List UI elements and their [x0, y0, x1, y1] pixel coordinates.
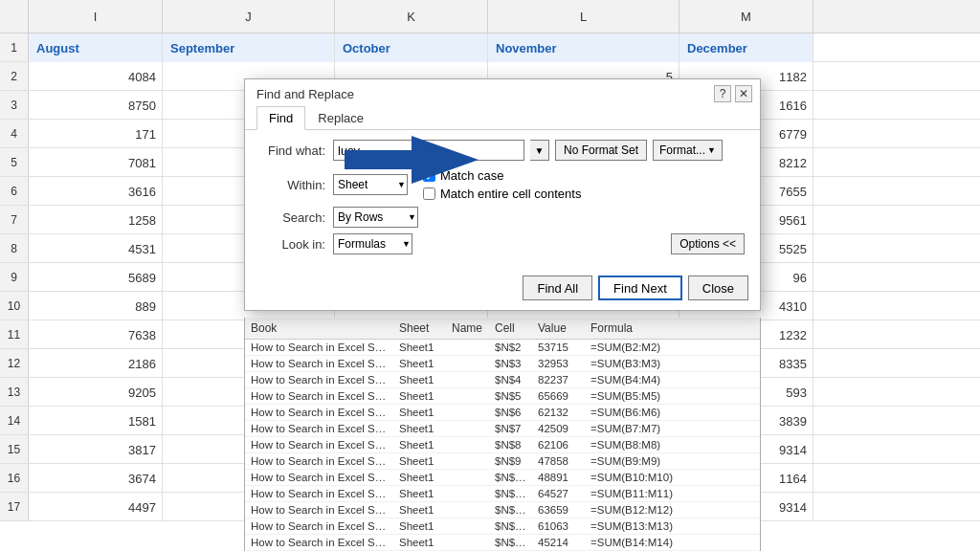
tab-replace[interactable]: Replace — [305, 106, 376, 130]
result-cell — [446, 388, 489, 404]
list-item[interactable]: How to Search in Excel Sheet.xlsxSheet1$… — [245, 388, 760, 405]
result-cell — [446, 502, 489, 518]
result-cell: Sheet1 — [393, 518, 446, 534]
find-next-btn[interactable]: Find Next — [598, 276, 682, 300]
result-cell: How to Search in Excel Sheet.xlsx — [245, 421, 393, 436]
result-cell: 82237 — [532, 372, 585, 387]
find-what-row: Find what: ▼ No Format Set Format... ▼ — [260, 140, 745, 161]
result-cell: How to Search in Excel Sheet.xlsx — [245, 470, 393, 485]
result-cell — [446, 518, 489, 534]
results-col-value: Value — [532, 320, 585, 337]
result-cell: How to Search in Excel Sheet.xlsx — [245, 340, 393, 355]
result-cell: 65669 — [532, 388, 585, 404]
result-cell: Sheet1 — [393, 421, 446, 436]
result-cell: =SUM(B2:M2) — [585, 340, 728, 355]
result-cell — [446, 405, 489, 420]
result-cell: =SUM(B6:M6) — [585, 405, 728, 420]
options-section: Within: Sheet Workbook ▼ Match case — [260, 168, 745, 254]
lookin-select-wrap: Formulas Values Comments ▼ — [333, 233, 412, 254]
result-cell: $N$14 — [489, 535, 532, 550]
list-item[interactable]: How to Search in Excel Sheet.xlsxSheet1$… — [245, 372, 760, 388]
within-row: Within: Sheet Workbook ▼ Match case — [260, 168, 745, 201]
lookin-row: Look in: Formulas Values Comments ▼ Opti… — [260, 233, 745, 254]
blue-arrow — [345, 136, 479, 187]
match-entire-row: Match entire cell contents — [423, 187, 581, 201]
search-select-wrap: By Rows By Columns ▼ — [333, 207, 418, 228]
dialog-question[interactable]: ? — [714, 85, 731, 102]
list-item[interactable]: How to Search in Excel Sheet.xlsxSheet1$… — [245, 518, 760, 535]
lookin-label: Look in: — [260, 237, 325, 252]
result-cell: How to Search in Excel Sheet.xlsx — [245, 502, 393, 518]
result-cell: =SUM(B11:M11) — [585, 486, 728, 501]
result-cell: How to Search in Excel Sheet.xlsx — [245, 535, 393, 550]
no-format-btn[interactable]: No Format Set — [555, 140, 647, 161]
result-cell: 48891 — [532, 470, 585, 485]
list-item[interactable]: How to Search in Excel Sheet.xlsxSheet1$… — [245, 421, 760, 437]
result-cell: =SUM(B7:M7) — [585, 421, 728, 436]
dialog-title-bar: Find and Replace ? ✕ — [245, 79, 760, 102]
result-cell: Sheet1 — [393, 372, 446, 387]
within-label: Within: — [260, 178, 325, 192]
list-item[interactable]: How to Search in Excel Sheet.xlsxSheet1$… — [245, 470, 760, 486]
result-cell: $N$6 — [489, 405, 532, 420]
result-cell: $N$13 — [489, 518, 532, 534]
list-item[interactable]: How to Search in Excel Sheet.xlsxSheet1$… — [245, 502, 760, 518]
result-cell — [446, 372, 489, 387]
dialog-controls: ? ✕ — [714, 85, 752, 102]
dialog-close-icon[interactable]: ✕ — [735, 85, 752, 102]
result-cell: How to Search in Excel Sheet.xlsx — [245, 372, 393, 387]
list-item[interactable]: How to Search in Excel Sheet.xlsxSheet1$… — [245, 453, 760, 470]
result-cell: $N$5 — [489, 388, 532, 404]
find-all-btn[interactable]: Find All — [523, 276, 592, 300]
result-cell: Sheet1 — [393, 437, 446, 452]
result-cell: Sheet1 — [393, 470, 446, 485]
find-label: Find what: — [260, 143, 325, 158]
result-cell: 42509 — [532, 421, 585, 436]
result-cell: =SUM(B10:M10) — [585, 470, 728, 485]
result-cell — [446, 421, 489, 436]
options-btn[interactable]: Options << — [671, 233, 745, 254]
result-cell: 61063 — [532, 518, 585, 534]
svg-marker-0 — [345, 136, 479, 184]
result-cell: =SUM(B8:M8) — [585, 437, 728, 452]
tab-find[interactable]: Find — [256, 106, 305, 130]
dialog-title: Find and Replace — [256, 87, 354, 101]
results-table: Book Sheet Name Cell Value Formula How t… — [244, 318, 761, 551]
result-cell: 62106 — [532, 437, 585, 452]
result-cell: $N$7 — [489, 421, 532, 436]
lookin-select[interactable]: Formulas Values Comments — [333, 233, 412, 254]
close-btn[interactable]: Close — [688, 276, 748, 300]
result-cell: 62132 — [532, 405, 585, 420]
result-cell: 45214 — [532, 535, 585, 550]
result-cell: $N$3 — [489, 356, 532, 371]
results-col-book: Book — [245, 320, 393, 337]
find-dropdown-btn[interactable]: ▼ — [530, 140, 549, 161]
result-cell: =SUM(B5:M5) — [585, 388, 728, 404]
search-select[interactable]: By Rows By Columns — [333, 207, 418, 228]
list-item[interactable]: How to Search in Excel Sheet.xlsxSheet1$… — [245, 535, 760, 551]
result-cell: How to Search in Excel Sheet.xlsx — [245, 486, 393, 501]
dialog-footer: Find All Find Next Close — [245, 270, 760, 310]
list-item[interactable]: How to Search in Excel Sheet.xlsxSheet1$… — [245, 340, 760, 356]
format-btn[interactable]: Format... ▼ — [653, 140, 723, 161]
match-entire-checkbox[interactable] — [423, 187, 435, 200]
results-body[interactable]: How to Search in Excel Sheet.xlsxSheet1$… — [245, 340, 760, 551]
list-item[interactable]: How to Search in Excel Sheet.xlsxSheet1$… — [245, 405, 760, 421]
list-item[interactable]: How to Search in Excel Sheet.xlsxSheet1$… — [245, 356, 760, 372]
list-item[interactable]: How to Search in Excel Sheet.xlsxSheet1$… — [245, 437, 760, 453]
result-cell: $N$11 — [489, 486, 532, 501]
result-cell: How to Search in Excel Sheet.xlsx — [245, 388, 393, 404]
result-cell: Sheet1 — [393, 356, 446, 371]
result-cell: 64527 — [532, 486, 585, 501]
find-replace-dialog: Find and Replace ? ✕ Find Replace Find w… — [244, 78, 761, 311]
result-cell — [446, 470, 489, 485]
result-cell: Sheet1 — [393, 340, 446, 355]
list-item[interactable]: How to Search in Excel Sheet.xlsxSheet1$… — [245, 486, 760, 502]
result-cell: Sheet1 — [393, 535, 446, 550]
result-cell: =SUM(B3:M3) — [585, 356, 728, 371]
result-cell: 53715 — [532, 340, 585, 355]
result-cell: Sheet1 — [393, 502, 446, 518]
format-dropdown-icon: ▼ — [707, 145, 716, 155]
results-col-cell: Cell — [489, 320, 532, 337]
results-col-name: Name — [446, 320, 489, 337]
